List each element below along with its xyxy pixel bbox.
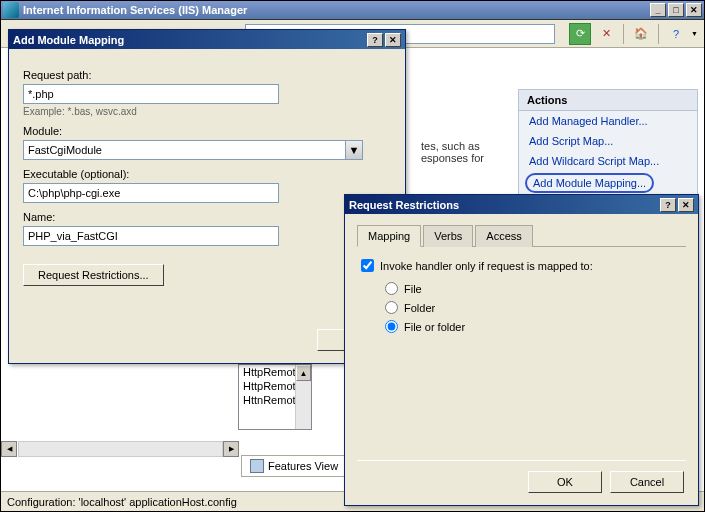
help-icon[interactable]: ? <box>665 23 687 45</box>
refresh-icon[interactable]: ⟳ <box>569 23 591 45</box>
req-dialog-titlebar: Request Restrictions ? ✕ <box>345 195 698 214</box>
radio-file[interactable] <box>385 282 398 295</box>
radio-file-label: File <box>404 283 422 295</box>
separator <box>623 24 624 44</box>
close-button[interactable]: ✕ <box>686 3 702 17</box>
horizontal-scrollbar[interactable] <box>18 441 223 457</box>
module-combo[interactable]: ▼ <box>23 140 363 160</box>
list-scrollbar[interactable]: ▲ <box>295 365 311 429</box>
action-add-wildcard-script-map[interactable]: Add Wildcard Script Map... <box>519 151 697 171</box>
help-button[interactable]: ? <box>367 33 383 47</box>
close-button[interactable]: ✕ <box>385 33 401 47</box>
dialog-separator <box>357 460 686 461</box>
request-restrictions-dialog: Request Restrictions ? ✕ Mapping Verbs A… <box>344 194 699 506</box>
cancel-button[interactable]: Cancel <box>610 471 684 493</box>
radio-file-or-folder[interactable] <box>385 320 398 333</box>
invoke-checkbox[interactable] <box>361 259 374 272</box>
tab-features-view[interactable]: Features View <box>242 456 347 476</box>
req-tabs: Mapping Verbs Access <box>357 224 686 247</box>
radio-folder[interactable] <box>385 301 398 314</box>
page-desc-partial: tes, such as esponses for <box>421 140 484 164</box>
request-path-label: Request path: <box>23 69 391 81</box>
actions-header: Actions <box>519 90 697 111</box>
handler-list[interactable]: HttpRemotingHa HttpRemotingHa HttnRemoti… <box>238 364 312 430</box>
view-tabs: Features View <box>241 455 348 477</box>
maximize-button[interactable]: □ <box>668 3 684 17</box>
stop-icon[interactable]: ✕ <box>595 23 617 45</box>
help-dropdown-icon[interactable]: ▼ <box>691 30 698 37</box>
features-view-icon <box>250 459 264 473</box>
ok-button[interactable]: OK <box>528 471 602 493</box>
name-input[interactable] <box>23 226 279 246</box>
left-scroll-button[interactable]: ◀ <box>1 441 17 457</box>
home-icon[interactable]: 🏠 <box>630 23 652 45</box>
add-dialog-titlebar: Add Module Mapping ? ✕ <box>9 30 405 49</box>
main-window-titlebar: Internet Information Services (IIS) Mana… <box>1 1 704 20</box>
combo-dropdown-icon[interactable]: ▼ <box>345 141 362 159</box>
tab-mapping[interactable]: Mapping <box>357 225 421 247</box>
request-restrictions-button[interactable]: Request Restrictions... <box>23 264 164 286</box>
status-text: Configuration: 'localhost' applicationHo… <box>7 496 237 508</box>
action-add-module-mapping[interactable]: Add Module Mapping... <box>533 177 646 189</box>
name-label: Name: <box>23 211 391 223</box>
tab-verbs[interactable]: Verbs <box>423 225 473 247</box>
executable-input[interactable] <box>23 183 279 203</box>
module-input[interactable] <box>24 141 345 159</box>
request-path-example: Example: *.bas, wsvc.axd <box>23 106 391 117</box>
help-button[interactable]: ? <box>660 198 676 212</box>
iis-icon <box>3 2 19 18</box>
scroll-up-icon[interactable]: ▲ <box>296 365 311 381</box>
right-scroll-button[interactable]: ▶ <box>223 441 239 457</box>
separator <box>658 24 659 44</box>
tab-access[interactable]: Access <box>475 225 532 247</box>
invoke-label: Invoke handler only if request is mapped… <box>380 260 593 272</box>
action-add-module-mapping-highlight: Add Module Mapping... <box>525 173 654 193</box>
executable-label: Executable (optional): <box>23 168 391 180</box>
actions-panel: Actions Add Managed Handler... Add Scrip… <box>518 89 698 196</box>
radio-folder-label: Folder <box>404 302 435 314</box>
minimize-button[interactable]: _ <box>650 3 666 17</box>
request-path-input[interactable] <box>23 84 279 104</box>
window-title: Internet Information Services (IIS) Mana… <box>23 4 648 16</box>
module-label: Module: <box>23 125 391 137</box>
action-add-script-map[interactable]: Add Script Map... <box>519 131 697 151</box>
radio-file-or-folder-label: File or folder <box>404 321 465 333</box>
action-add-managed-handler[interactable]: Add Managed Handler... <box>519 111 697 131</box>
close-button[interactable]: ✕ <box>678 198 694 212</box>
